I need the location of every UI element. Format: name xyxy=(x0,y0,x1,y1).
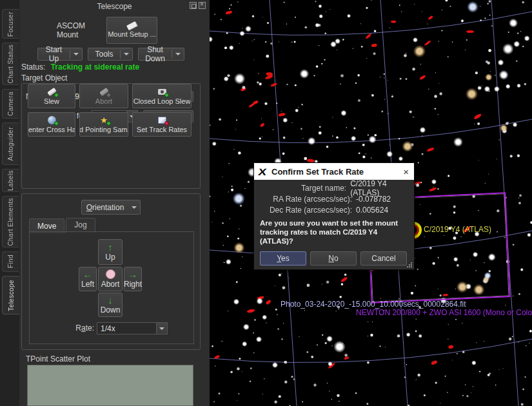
sidebar-item-telescope[interactable]: Telescope xyxy=(2,276,19,314)
motion-control-group: Orientation Move Jog ↑ Up ← Left Abort xyxy=(21,193,201,350)
sidebar-item-autoguider[interactable]: Autoguider xyxy=(2,122,19,165)
sidebar-item-label: Camera xyxy=(7,92,14,116)
sidebar-item-chart-status[interactable]: Chart Status xyxy=(2,43,19,85)
panel-header: Telescope xyxy=(19,0,210,12)
separator xyxy=(172,50,172,59)
abort-slew-button: Abort xyxy=(79,84,128,108)
rate-dropdown-button[interactable] xyxy=(156,323,167,334)
rate-value: 1/4x xyxy=(97,323,156,334)
sky-chart[interactable]: C/2019 Y4 (ATLAS) Photo_03-24-2020_-15.0… xyxy=(210,0,532,406)
telescope-icon xyxy=(99,87,110,96)
tpoint-scatter-plot[interactable] xyxy=(27,365,193,406)
rate-combobox[interactable]: 1/4x xyxy=(97,322,168,334)
sidebar-item-focuser[interactable]: Focuser xyxy=(2,9,19,39)
camera-icon xyxy=(157,87,168,96)
startup-label: Start Up xyxy=(38,45,70,63)
shutdown-label: Shut Down xyxy=(139,45,172,63)
app-logo-icon: X xyxy=(257,166,268,177)
rate-label: Rate: xyxy=(30,324,94,333)
telescope-panel: Telescope ASCOM Mount Mount Setup ... St… xyxy=(19,0,210,406)
slew-button[interactable]: Slew xyxy=(28,84,75,108)
cancel-button[interactable]: Cancel xyxy=(360,251,407,266)
down-arrow-icon: ↓ xyxy=(108,296,113,305)
star-icon: ★ xyxy=(99,115,110,124)
dialog-body: Target name:C/2019 Y4 (ATLAS) RA Rate (a… xyxy=(254,180,414,269)
sidebar-item-label: Chart Status xyxy=(7,44,14,83)
mount-name-label: ASCOM Mount xyxy=(57,17,104,44)
sidebar-item-camera[interactable]: Camera xyxy=(2,89,19,119)
center-cross-hair-button[interactable]: Center Cross Hair xyxy=(28,112,75,137)
separator xyxy=(120,50,121,59)
sidebar-item-label: Autoguider xyxy=(7,127,14,160)
add-pointing-sample-button[interactable]: ★ Add Pointing Sample xyxy=(79,112,128,137)
set-track-rates-button[interactable]: Set Track Rates xyxy=(132,112,192,137)
panel-title: Telescope xyxy=(19,2,210,11)
mount-setup-label: Mount Setup ... xyxy=(108,30,156,38)
status-label: Status: xyxy=(21,63,45,72)
chevron-down-icon xyxy=(74,53,79,55)
sidebar-item-chart-elements[interactable]: Chart Elements xyxy=(2,196,19,247)
photo-file-label: Photo_03-24-2020_-15.000_10.000secs_0000… xyxy=(281,300,466,309)
abort-label: Abort xyxy=(101,280,120,289)
close-panel-icon[interactable] xyxy=(199,2,206,9)
abort-motion-button[interactable]: Abort xyxy=(98,267,123,291)
resize-grip[interactable] xyxy=(406,262,412,267)
confirm-track-rate-dialog: X Confirm Set Track Rate × Target name:C… xyxy=(253,162,415,270)
right-arrow-icon: → xyxy=(128,270,138,279)
dialog-row-target-name: Target name:C/2019 Y4 (ATLAS) xyxy=(254,183,414,193)
float-window-icon[interactable] xyxy=(190,2,197,9)
dialog-close-icon[interactable]: × xyxy=(403,167,409,177)
status-row: Status: Tracking at sidereal rate xyxy=(21,63,139,72)
tools-menu-button[interactable]: Tools xyxy=(88,48,133,61)
yes-button[interactable]: Yes xyxy=(260,251,306,266)
shutdown-menu-button[interactable]: Shut Down xyxy=(138,48,184,61)
target-object-group: Name: C/2019 Y4 (ATLAS) ◀ ▶ Search for: … xyxy=(21,83,201,189)
chevron-down-icon xyxy=(124,53,129,55)
tools-label: Tools xyxy=(88,50,120,59)
comet-label: C/2019 Y4 (ATLAS) xyxy=(424,225,491,234)
chart-icon xyxy=(157,115,168,124)
app-window: Focuser Chart Status Camera Autoguider L… xyxy=(0,0,532,406)
dialog-titlebar[interactable]: X Confirm Set Track Rate × xyxy=(254,163,414,180)
left-arrow-icon: ← xyxy=(83,270,93,279)
target-object-section-label: Target Object xyxy=(21,73,67,82)
mount-setup-button[interactable]: Mount Setup ... xyxy=(106,17,157,44)
abort-dot-icon xyxy=(106,269,115,279)
move-tab-panel: ↑ Up ← Left Abort → Right ↓ Down xyxy=(29,231,194,344)
chevron-down-icon xyxy=(132,206,137,209)
up-arrow-icon: ↑ xyxy=(108,243,113,252)
right-label: Right xyxy=(124,280,142,289)
sidebar-item-label: Labels xyxy=(7,170,14,191)
move-left-button[interactable]: ← Left xyxy=(79,267,97,291)
left-tab-strip: Focuser Chart Status Camera Autoguider L… xyxy=(0,0,19,406)
scope-fov-label: NEWTON 200/800 + ZWO ASI 1600 (Mono or C… xyxy=(356,308,532,317)
closed-loop-slew-button[interactable]: Closed Loop Slew xyxy=(132,84,192,108)
dialog-title: Confirm Set Track Rate xyxy=(271,167,364,177)
tab-jog[interactable]: Jog xyxy=(66,218,95,233)
no-button[interactable]: No xyxy=(310,251,357,266)
mount-icon xyxy=(126,21,137,30)
sidebar-item-label: Telescope xyxy=(8,280,15,311)
move-up-button[interactable]: ↑ Up xyxy=(98,239,123,265)
move-down-button[interactable]: ↓ Down xyxy=(98,293,123,317)
telescope-icon xyxy=(46,87,57,96)
separator xyxy=(70,50,70,59)
orientation-menu-button[interactable]: Orientation xyxy=(81,200,141,215)
startup-menu-button[interactable]: Start Up xyxy=(37,48,83,61)
left-label: Left xyxy=(81,280,94,289)
sidebar-item-labels[interactable]: Labels xyxy=(2,169,19,192)
chevron-down-icon xyxy=(159,327,164,330)
up-label: Up xyxy=(105,253,115,262)
dialog-question: Are you sure you want to set the mount t… xyxy=(260,218,408,246)
sidebar-item-label: Find xyxy=(7,255,14,268)
dialog-row-ra-rate: RA Rate (arcsecs/sec):-0.078782 xyxy=(254,194,414,204)
chevron-down-icon xyxy=(175,53,181,55)
status-value: Tracking at sidereal rate xyxy=(51,63,139,72)
dialog-row-dec-rate: Dec Rate (arcsecs/sec):0.005624 xyxy=(254,205,414,215)
sidebar-item-label: Chart Elements xyxy=(7,198,14,246)
sidebar-item-find[interactable]: Find xyxy=(2,251,19,272)
move-right-button[interactable]: → Right xyxy=(124,267,142,291)
sphere-icon xyxy=(46,115,57,124)
tpoint-scatter-plot-label: TPoint Scatter Plot xyxy=(26,354,90,363)
motion-tabs: Move Jog xyxy=(29,218,97,233)
